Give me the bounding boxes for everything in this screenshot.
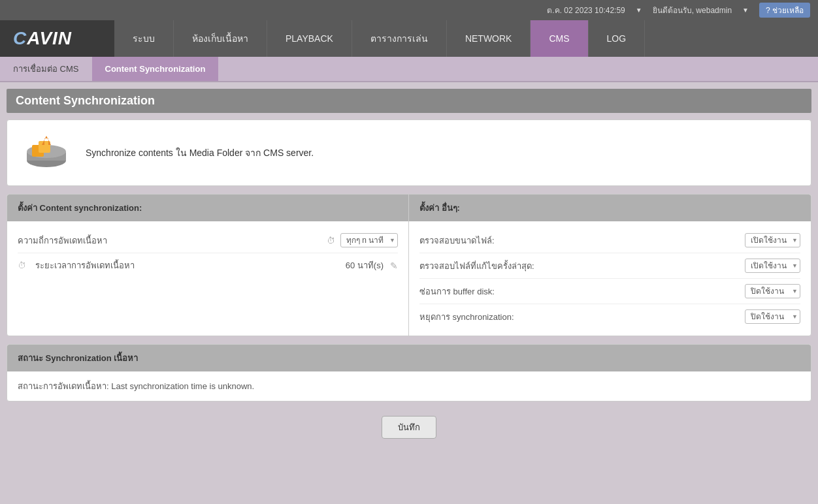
datetime: ต.ค. 02 2023 10:42:59 (547, 4, 625, 16)
check-filesize-value: เปิดใช้งาน ปิดใช้งาน (745, 233, 800, 247)
logo-area: CAVIN (0, 20, 114, 57)
nav-playback[interactable]: PLAYBACK (267, 20, 352, 57)
edit-icon[interactable]: ✎ (390, 260, 398, 271)
nav-cms[interactable]: CMS (531, 20, 588, 57)
tab-cms-connect[interactable]: การเชื่อมต่อ CMS (0, 57, 92, 81)
header: CAVIN ระบบ ห้องเก็บเนื้อหา PLAYBACK ตารา… (0, 20, 818, 57)
sub-nav: การเชื่อมต่อ CMS Content Synchronization (0, 57, 818, 82)
setting-check-filesize: ตรวจสอบขนาดไฟล์: เปิดใช้งาน ปิดใช้งาน (419, 228, 800, 253)
pause-sync-dropdown[interactable]: ปิดใช้งาน เปิดใช้งาน (745, 309, 800, 324)
sync-icon (20, 133, 73, 172)
check-modified-label: ตรวจสอบไฟล์ที่แก้ไขครั้งล่าสุด: (419, 259, 738, 273)
settings-left-body: ความถี่การอัพเดทเนื้อหา ⏱ ทุกๆ n นาที (7, 221, 408, 284)
check-filesize-label: ตรวจสอบขนาดไฟล์: (419, 234, 738, 247)
nav-bar: ระบบ ห้องเก็บเนื้อหา PLAYBACK ตารางการเล… (114, 20, 818, 57)
status-header: สถานะ Synchronization เนื้อหา (7, 345, 811, 371)
main-content: Synchronize contents ใน Media Folder จาก… (0, 113, 818, 452)
dropdown-arrow-datetime[interactable]: ▼ (636, 7, 642, 14)
status-row: สถานะการอัพเดทเนื้อหา: Last synchronizat… (18, 379, 800, 393)
clock-icon-1: ⏱ (327, 236, 335, 245)
status-value: Last synchronization time is unknown. (111, 381, 254, 391)
hide-buffer-dropdown-wrapper: ปิดใช้งาน เปิดใช้งาน (745, 284, 800, 298)
hide-buffer-label: ซ่อนการ buffer disk: (419, 285, 738, 298)
nav-storage[interactable]: ห้องเก็บเนื้อหา (174, 20, 267, 57)
setting-update-freq: ความถี่การอัพเดทเนื้อหา ⏱ ทุกๆ n นาที (18, 228, 398, 253)
pause-sync-dropdown-wrapper: ปิดใช้งาน เปิดใช้งาน (745, 309, 800, 324)
status-card: สถานะ Synchronization เนื้อหา สถานะการอั… (7, 344, 811, 402)
settings-grid: ตั้งค่า Content synchronization: ความถี่… (7, 195, 811, 336)
save-button[interactable]: บันทึก (382, 416, 436, 439)
setting-hide-buffer: ซ่อนการ buffer disk: ปิดใช้งาน เปิดใช้งา… (419, 279, 800, 304)
update-interval-label: ระยะเวลาการอัพเดทเนื้อหา (35, 259, 339, 272)
clock-icon-2: ⏱ (18, 260, 26, 270)
check-filesize-dropdown-wrapper: เปิดใช้งาน ปิดใช้งาน (745, 233, 800, 247)
hide-buffer-value: ปิดใช้งาน เปิดใช้งาน (745, 284, 800, 298)
update-interval-text: 60 นาที(s) (346, 259, 384, 272)
update-freq-label: ความถี่การอัพเดทเนื้อหา (18, 234, 320, 247)
page-title-bar: Content Synchronization (7, 89, 811, 113)
settings-right-header: ตั้งค่า อื่นๆ: (409, 195, 811, 221)
info-card: Synchronize contents ใน Media Folder จาก… (7, 119, 811, 186)
setting-pause-sync: หยุดการ synchronization: ปิดใช้งาน เปิดใ… (419, 304, 800, 329)
user-greeting: ยินดีต้อนรับ, webadmin (653, 4, 732, 16)
info-description: Synchronize contents ใน Media Folder จาก… (86, 146, 314, 160)
status-body: สถานะการอัพเดทเนื้อหา: Last synchronizat… (7, 371, 811, 401)
nav-network[interactable]: NETWORK (447, 20, 531, 57)
check-filesize-dropdown[interactable]: เปิดใช้งาน ปิดใช้งาน (745, 233, 800, 247)
setting-check-modified: ตรวจสอบไฟล์ที่แก้ไขครั้งล่าสุด: เปิดใช้ง… (419, 253, 800, 279)
setting-update-interval: ⏱ ระยะเวลาการอัพเดทเนื้อหา 60 นาที(s) ✎ (18, 253, 398, 277)
button-area: บันทึก (7, 409, 811, 445)
update-freq-dropdown[interactable]: ทุกๆ n นาที (340, 233, 398, 247)
logo: CAVIN (13, 28, 72, 49)
settings-left: ตั้งค่า Content synchronization: ความถี่… (7, 195, 409, 336)
nav-log[interactable]: LOG (589, 20, 646, 57)
nav-system[interactable]: ระบบ (114, 20, 174, 57)
hide-buffer-dropdown[interactable]: ปิดใช้งาน เปิดใช้งาน (745, 284, 800, 298)
update-freq-dropdown-wrapper: ทุกๆ n นาที (340, 233, 398, 247)
dropdown-arrow-user[interactable]: ▼ (742, 7, 749, 14)
top-bar: ต.ค. 02 2023 10:42:59 ▼ ยินดีต้อนรับ, we… (0, 0, 818, 20)
check-modified-value: เปิดใช้งาน ปิดใช้งาน (745, 259, 800, 273)
help-button[interactable]: ? ช่วยเหลือ (759, 3, 810, 18)
check-modified-dropdown-wrapper: เปิดใช้งาน ปิดใช้งาน (745, 259, 800, 273)
pause-sync-value: ปิดใช้งาน เปิดใช้งาน (745, 309, 800, 324)
status-label: สถานะการอัพเดทเนื้อหา: (18, 381, 109, 391)
nav-schedule[interactable]: ตารางการเล่น (352, 20, 447, 57)
check-modified-dropdown[interactable]: เปิดใช้งาน ปิดใช้งาน (745, 259, 800, 273)
settings-card: ตั้งค่า Content synchronization: ความถี่… (7, 194, 811, 336)
tab-content-sync[interactable]: Content Synchronization (92, 57, 219, 81)
update-interval-value: 60 นาที(s) ✎ (346, 259, 398, 272)
settings-left-header: ตั้งค่า Content synchronization: (7, 195, 408, 221)
page-title: Content Synchronization (16, 94, 802, 108)
pause-sync-label: หยุดการ synchronization: (419, 310, 738, 324)
update-freq-value: ⏱ ทุกๆ n นาที (327, 233, 398, 247)
settings-right: ตั้งค่า อื่นๆ: ตรวจสอบขนาดไฟล์: เปิดใช้ง… (409, 195, 811, 336)
settings-right-body: ตรวจสอบขนาดไฟล์: เปิดใช้งาน ปิดใช้งาน (409, 221, 811, 336)
